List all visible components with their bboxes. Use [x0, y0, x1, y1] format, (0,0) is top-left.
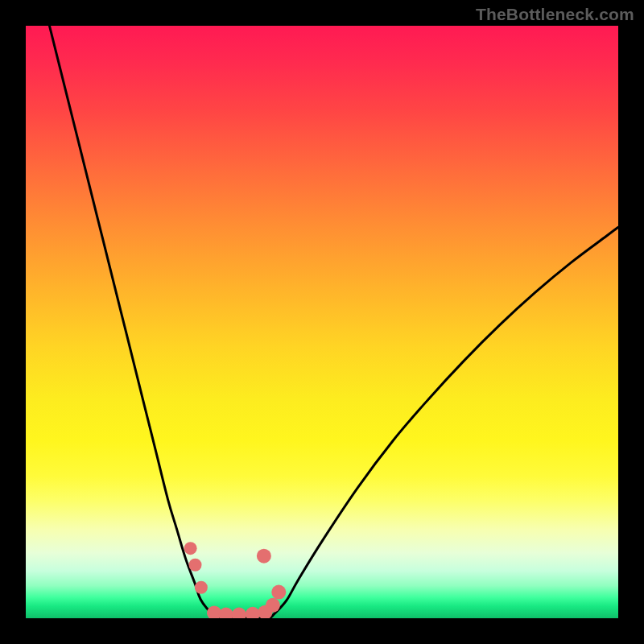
marker-point — [189, 559, 202, 572]
marker-point — [184, 542, 197, 555]
chart-svg — [26, 26, 618, 618]
marker-point — [195, 581, 208, 594]
marker-point — [257, 549, 271, 564]
watermark-text: TheBottleneck.com — [476, 5, 634, 24]
marker-group — [184, 542, 287, 618]
plot-area — [26, 26, 618, 618]
marker-point — [266, 598, 280, 613]
curve-path — [49, 26, 618, 618]
marker-point — [246, 607, 260, 618]
marker-point — [232, 608, 246, 618]
marker-point — [219, 608, 233, 618]
marker-point — [271, 585, 286, 600]
chart-container: TheBottleneck.com — [0, 0, 644, 644]
bottleneck-curve — [49, 26, 618, 618]
